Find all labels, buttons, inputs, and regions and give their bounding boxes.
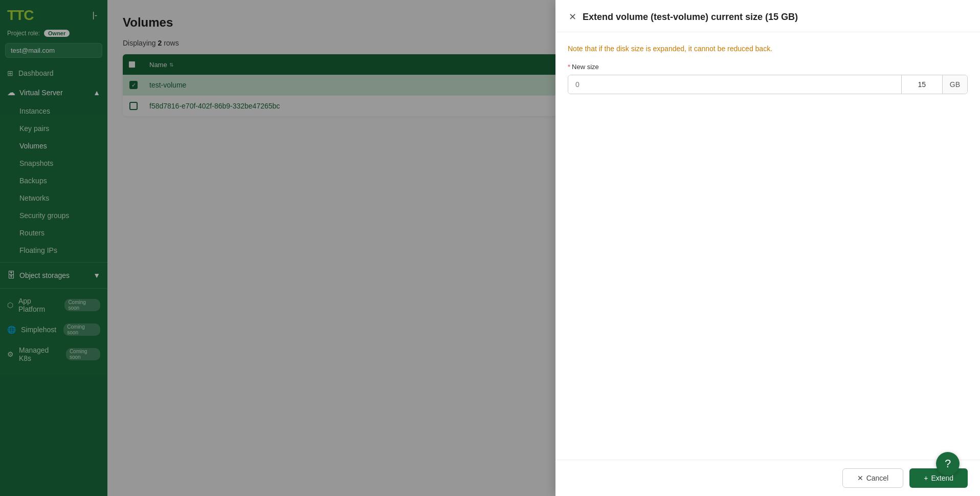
- help-icon: ?: [945, 457, 951, 470]
- cancel-icon: ✕: [857, 474, 863, 482]
- modal-close-button[interactable]: ✕: [568, 10, 577, 24]
- extend-volume-modal: ✕ Extend volume (test-volume) current si…: [555, 0, 980, 496]
- modal-title: Extend volume (test-volume) current size…: [583, 12, 798, 23]
- size-value-input[interactable]: [901, 75, 942, 94]
- plus-icon: +: [924, 474, 928, 482]
- modal-header: ✕ Extend volume (test-volume) current si…: [555, 0, 980, 32]
- size-input[interactable]: [568, 75, 901, 94]
- size-unit-label: GB: [942, 75, 967, 94]
- size-input-row: GB: [568, 75, 968, 94]
- modal-overlay: ✕ Extend volume (test-volume) current si…: [0, 0, 980, 496]
- modal-body: Note that if the disk size is expanded, …: [555, 32, 980, 460]
- modal-warning: Note that if the disk size is expanded, …: [568, 45, 968, 53]
- modal-footer: ✕ Cancel + Extend: [555, 460, 980, 496]
- help-button[interactable]: ?: [936, 452, 960, 476]
- new-size-label: * New size: [568, 63, 968, 71]
- cancel-button[interactable]: ✕ Cancel: [842, 468, 904, 488]
